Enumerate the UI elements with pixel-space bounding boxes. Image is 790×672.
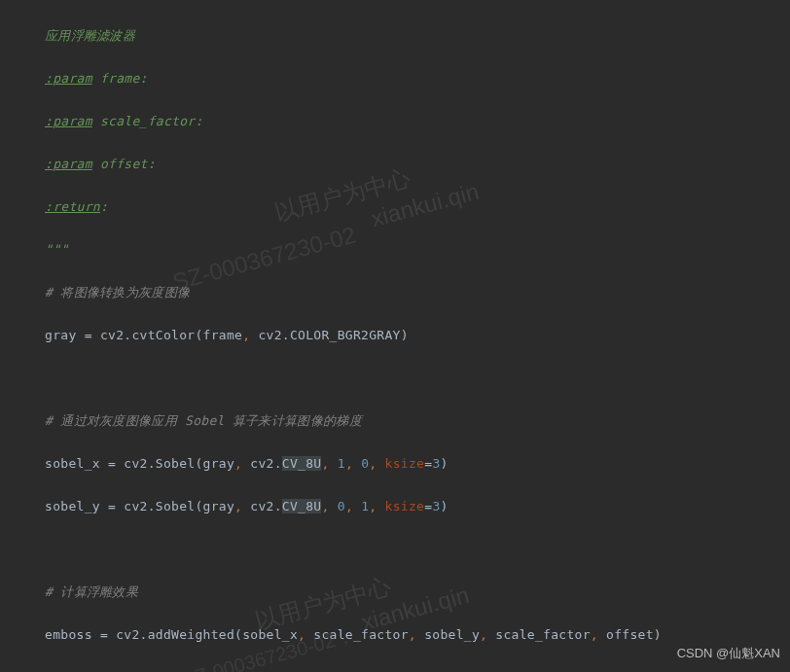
code-line: sobel_y = cv2.Sobel(gray, cv2.CV_8U, 0, … [12, 496, 790, 517]
comment: # 将图像转换为灰度图像 [45, 285, 190, 300]
docstring-title: 应用浮雕滤波器 [45, 28, 135, 43]
param-tag: :param [45, 114, 92, 128]
csdn-attribution: CSDN @仙魁XAN [677, 643, 780, 664]
code-line: sobel_x = cv2.Sobel(gray, cv2.CV_8U, 1, … [12, 453, 790, 475]
code-line: emboss = cv2.addWeighted(sobel_x, scale_… [12, 624, 790, 646]
param-name: frame: [100, 71, 148, 86]
return-tag: :return [45, 199, 100, 214]
param-tag: :param [45, 157, 92, 171]
param-name [92, 71, 100, 86]
code-editor[interactable]: 应用浮雕滤波器 :param frame: :param scale_facto… [0, 0, 790, 672]
triple-quote: """ [45, 242, 68, 257]
comment: # 通过对灰度图像应用 Sobel 算子来计算图像的梯度 [45, 413, 362, 428]
param-tag: :param [45, 71, 92, 86]
comment: # 计算浮雕效果 [45, 584, 138, 599]
code-line: gray = cv2.cvtColor(frame, cv2.COLOR_BGR… [12, 325, 790, 346]
param-name: scale_factor: [100, 114, 203, 128]
colon: : [100, 199, 108, 214]
param-name: offset: [100, 157, 156, 171]
